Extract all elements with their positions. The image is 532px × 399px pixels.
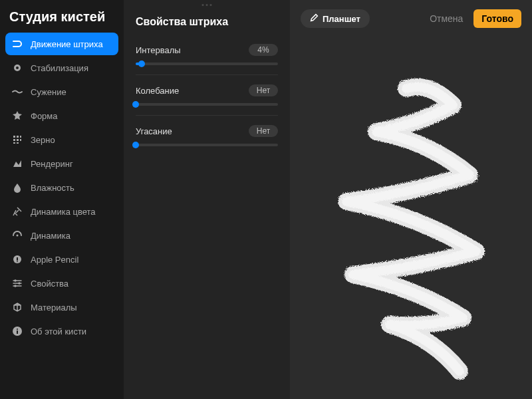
slider-value-badge: Нет (249, 84, 278, 96)
sidebar-item-properties[interactable]: Свойства (5, 272, 118, 295)
sidebar-title: Студия кистей (0, 0, 124, 33)
sidebar-item-label: Apple Pencil (31, 255, 78, 265)
shape-icon (12, 110, 23, 121)
svg-rect-12 (17, 257, 18, 261)
sidebar-item-color-dynamics[interactable]: Динамика цвета (5, 200, 118, 223)
stabilization-icon (12, 63, 23, 73)
wet-mix-icon (12, 182, 23, 193)
color-dynamics-icon (12, 206, 23, 217)
svg-point-1 (16, 66, 19, 69)
sidebar-item-grain[interactable]: Зерно (5, 128, 118, 151)
sliders-container: Интервалы 4% Колебание Нет Угасание Нет (124, 35, 290, 156)
preview-header: Планшет Отмена Готово (290, 0, 532, 37)
sidebar-item-about[interactable]: Об этой кисти (5, 320, 118, 342)
sidebar-item-label: Зерно (31, 135, 55, 145)
properties-icon (12, 278, 23, 289)
drag-handle-icon[interactable] (202, 4, 212, 6)
svg-point-10 (17, 235, 19, 237)
edit-icon (310, 13, 319, 24)
slider-track[interactable] (136, 144, 278, 146)
svg-rect-7 (20, 139, 21, 141)
slider-falloff: Угасание Нет (136, 116, 278, 156)
sidebar-item-stroke-path[interactable]: Движение штриха (5, 33, 118, 55)
slider-jitter: Колебание Нет (136, 75, 278, 116)
sidebar-item-label: Влажность (31, 183, 74, 193)
sidebar-item-label: Рендеринг (31, 159, 73, 169)
slider-label: Колебание (136, 86, 179, 96)
rendering-icon (12, 158, 23, 169)
svg-rect-6 (17, 139, 19, 141)
about-icon (12, 326, 23, 336)
svg-point-19 (15, 285, 16, 287)
sidebar-item-stabilization[interactable]: Стабилизация (5, 57, 118, 79)
materials-icon (12, 302, 23, 313)
brush-preview-canvas[interactable] (290, 37, 532, 399)
grain-icon (12, 134, 23, 145)
sidebar-item-apple-pencil[interactable]: Apple Pencil (5, 248, 118, 271)
slider-track[interactable] (136, 103, 278, 106)
sidebar-item-materials[interactable]: Материалы (5, 296, 118, 319)
svg-rect-3 (17, 136, 19, 138)
sidebar-item-label: Об этой кисти (31, 327, 86, 336)
svg-rect-8 (13, 142, 15, 144)
cancel-button[interactable]: Отмена (430, 13, 463, 24)
sidebar-item-label: Динамика цвета (31, 207, 96, 217)
slider-track[interactable] (136, 63, 278, 65)
svg-rect-21 (17, 331, 18, 334)
stroke-path-icon (12, 39, 23, 49)
header-actions: Отмена Готово (430, 9, 521, 28)
sidebar-item-wet-mix[interactable]: Влажность (5, 176, 118, 199)
drawing-pad-tab[interactable]: Планшет (301, 9, 370, 28)
done-button[interactable]: Готово (473, 9, 521, 28)
svg-rect-13 (17, 261, 18, 262)
svg-rect-4 (20, 136, 21, 138)
sidebar-item-label: Сужение (31, 87, 66, 97)
sidebar-item-rendering[interactable]: Рендеринг (5, 152, 118, 175)
taper-icon (12, 86, 23, 97)
svg-rect-5 (13, 139, 15, 141)
sidebar-item-label: Свойства (31, 279, 68, 289)
apple-pencil-icon (12, 254, 23, 265)
sidebar-items: Движение штриха Стабилизация Сужение Фор… (0, 33, 124, 342)
sidebar-item-dynamics[interactable]: Динамика (5, 224, 118, 247)
svg-rect-9 (17, 142, 19, 144)
slider-label: Угасание (136, 126, 172, 136)
sidebar-item-shape[interactable]: Форма (5, 104, 118, 127)
sidebar-item-label: Форма (31, 111, 58, 121)
slider-spacing: Интервалы 4% (136, 35, 278, 75)
preview-panel: Планшет Отмена Готово (290, 0, 532, 399)
dynamics-icon (12, 230, 23, 241)
sidebar-item-label: Движение штриха (31, 39, 103, 49)
sidebar-item-label: Динамика (31, 231, 70, 241)
slider-label: Интервалы (136, 45, 181, 55)
svg-point-17 (15, 280, 16, 281)
settings-panel: Свойства штриха Интервалы 4% Колебание Н… (124, 0, 290, 399)
sidebar-item-label: Стабилизация (31, 63, 88, 73)
slider-value-badge: Нет (249, 125, 278, 137)
svg-point-18 (19, 283, 20, 284)
sidebar-item-taper[interactable]: Сужение (5, 80, 118, 103)
slider-value-badge: 4% (249, 44, 278, 56)
svg-rect-2 (13, 136, 15, 138)
tab-label: Планшет (323, 14, 360, 24)
sidebar-item-label: Материалы (31, 303, 77, 313)
svg-point-22 (17, 329, 18, 330)
sidebar: Студия кистей Движение штриха Стабилизац… (0, 0, 124, 399)
